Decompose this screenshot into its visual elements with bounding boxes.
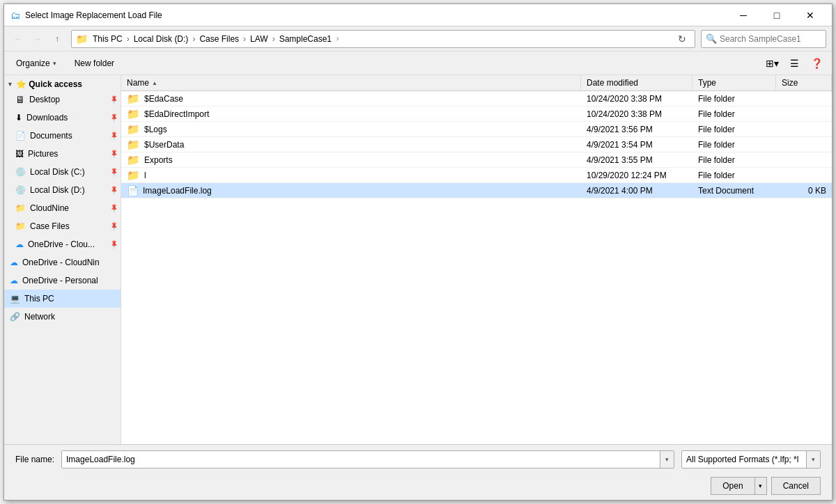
sidebar-local-d-label: Local Disk (D:) (30, 185, 106, 195)
forward-button[interactable]: → (29, 31, 46, 47)
file-name-text: $UserData (144, 140, 184, 150)
file-type-cell: File folder (692, 171, 776, 180)
file-name-text: l (144, 171, 146, 180)
table-row[interactable]: 📄ImageLoadFile.log4/9/2021 4:00 PMText D… (121, 183, 832, 198)
file-area: Name ▲ Date modified Type Size 📁$EdaCase… (121, 75, 832, 444)
table-row[interactable]: 📁$EdaCase10/24/2020 3:38 PMFile folder (121, 91, 832, 107)
up-button[interactable]: ↑ (49, 31, 65, 47)
file-date-cell: 4/9/2021 3:54 PM (581, 140, 692, 150)
address-bar[interactable]: 📁 This PC › Local Disk (D:) › Case Files… (71, 30, 695, 48)
details-view-button[interactable]: ☰ (784, 54, 804, 72)
address-dropdown-arrow[interactable]: › (335, 33, 340, 44)
file-list: 📁$EdaCase10/24/2020 3:38 PMFile folder📁$… (121, 91, 832, 444)
view-options-button[interactable]: ⊞▾ (762, 54, 782, 72)
cloudnine-pin-icon: 📌 (109, 203, 119, 214)
breadcrumb-sep-1: › (127, 34, 130, 44)
breadcrumb-local-disk-d[interactable]: Local Disk (D:) (132, 33, 191, 45)
search-box[interactable]: 🔍 (701, 30, 826, 48)
sidebar-section-quick-access[interactable]: ▼ ⭐ Quick access (4, 78, 121, 90)
sidebar-item-onedrive-clou[interactable]: ☁ OneDrive - Clou... 📌 (4, 235, 121, 253)
folder-icon: 📁 (127, 154, 140, 166)
file-date-cell: 10/24/2020 3:38 PM (581, 94, 692, 104)
table-row[interactable]: 📁$UserData4/9/2021 3:54 PMFile folder (121, 137, 832, 152)
sidebar-downloads-label: Downloads (26, 113, 106, 123)
breadcrumb-samplecase1[interactable]: SampleCase1 (277, 33, 334, 45)
open-button[interactable]: Open (711, 477, 754, 495)
sidebar-item-case-files[interactable]: 📁 Case Files 📌 (4, 217, 121, 235)
pictures-pin-icon: 📌 (109, 149, 119, 159)
minimize-button[interactable]: ─ (727, 6, 759, 25)
close-button[interactable]: ✕ (794, 6, 826, 25)
network-icon: 🔗 (10, 312, 20, 322)
col-name-header[interactable]: Name ▲ (121, 75, 581, 90)
this-pc-icon: 💻 (10, 294, 20, 304)
col-date-label: Date modified (587, 78, 638, 88)
table-row[interactable]: 📁l10/29/2020 12:24 PMFile folder (121, 168, 832, 183)
onedrive-personal-icon: ☁ (10, 276, 18, 285)
filename-row: File name: ▾ All Supported Formats (*.lf… (15, 450, 821, 468)
open-dropdown-arrow[interactable]: ▾ (754, 477, 767, 495)
table-row[interactable]: 📁Exports4/9/2021 3:55 PMFile folder (121, 152, 832, 168)
dialog-icon: 🗂 (10, 10, 21, 21)
window-controls: ─ □ ✕ (727, 6, 826, 25)
folder-icon: 📁 (127, 93, 140, 105)
new-folder-label: New folder (75, 58, 114, 68)
back-button[interactable]: ← (10, 31, 26, 47)
filetype-dropdown-arrow[interactable]: ▾ (806, 451, 820, 468)
downloads-pin-icon: 📌 (109, 113, 119, 123)
folder-icon: 📁 (127, 108, 140, 120)
file-type-cell: File folder (692, 94, 776, 104)
sidebar-item-local-d[interactable]: 💿 Local Disk (D:) 📌 (4, 181, 121, 199)
col-size-header[interactable]: Size (776, 75, 832, 90)
folder-icon: 📁 (127, 139, 140, 151)
desktop-pin-icon: 📌 (109, 95, 119, 105)
breadcrumb: This PC › Local Disk (D:) › Case Files ›… (91, 33, 671, 45)
sidebar-item-network[interactable]: 🔗 Network (4, 308, 121, 326)
file-type-cell: File folder (692, 109, 776, 119)
col-size-label: Size (782, 78, 798, 88)
breadcrumb-this-pc[interactable]: This PC (91, 33, 125, 45)
cancel-button[interactable]: Cancel (771, 477, 821, 495)
col-date-header[interactable]: Date modified (581, 75, 692, 90)
breadcrumb-law[interactable]: LAW (248, 33, 270, 45)
action-buttons-row: Open ▾ Cancel (15, 477, 821, 495)
col-type-header[interactable]: Type (692, 75, 776, 90)
organize-button[interactable]: Organize ▾ (10, 54, 63, 72)
onedrive-cloudnin-icon: ☁ (10, 258, 18, 267)
navigation-toolbar: ← → ↑ 📁 This PC › Local Disk (D:) › Case… (4, 26, 832, 52)
breadcrumb-case-files[interactable]: Case Files (197, 33, 241, 45)
open-action: Open ▾ (711, 477, 766, 495)
sidebar-item-pictures[interactable]: 🖼 Pictures 📌 (4, 145, 121, 163)
table-row[interactable]: 📁$EdaDirectImport10/24/2020 3:38 PMFile … (121, 107, 832, 122)
sidebar-item-this-pc[interactable]: 💻 This PC (4, 290, 121, 308)
maximize-button[interactable]: □ (761, 6, 793, 25)
sidebar-item-downloads[interactable]: ⬇ Downloads 📌 (4, 109, 121, 127)
file-name-cell: 📁Exports (121, 154, 581, 166)
sidebar-cloudnine-label: CloudNine (30, 203, 106, 213)
sidebar-local-c-label: Local Disk (C:) (30, 167, 106, 177)
file-name-cell: 📁$EdaDirectImport (121, 108, 581, 120)
help-button[interactable]: ❓ (807, 54, 826, 72)
sidebar-item-cloudnine[interactable]: 📁 CloudNine 📌 (4, 199, 121, 217)
table-row[interactable]: 📁$Logs4/9/2021 3:56 PMFile folder (121, 122, 832, 137)
filename-input-wrap[interactable]: ▾ (61, 450, 674, 468)
desktop-icon: 🖥 (15, 94, 25, 105)
case-files-pin-icon: 📌 (109, 221, 119, 232)
sidebar-case-files-label: Case Files (30, 221, 106, 231)
sidebar-item-onedrive-cloudnin[interactable]: ☁ OneDrive - CloudNin (4, 253, 121, 271)
file-date-cell: 4/9/2021 4:00 PM (581, 186, 692, 196)
search-input[interactable] (720, 34, 824, 44)
filename-input[interactable] (62, 451, 660, 468)
sidebar-item-onedrive-personal[interactable]: ☁ OneDrive - Personal (4, 271, 121, 290)
filetype-select-wrap[interactable]: All Supported Formats (*.lfp; *l ▾ (681, 450, 821, 468)
filename-dropdown-arrow[interactable]: ▾ (660, 451, 674, 468)
new-folder-button[interactable]: New folder (68, 54, 121, 72)
file-date-cell: 4/9/2021 3:56 PM (581, 125, 692, 134)
sidebar: ▼ ⭐ Quick access 🖥 Desktop 📌 ⬇ Downloads… (4, 75, 121, 444)
sidebar-item-desktop[interactable]: 🖥 Desktop 📌 (4, 90, 121, 109)
file-list-header: Name ▲ Date modified Type Size (121, 75, 832, 91)
sidebar-item-local-c[interactable]: 💿 Local Disk (C:) 📌 (4, 163, 121, 181)
refresh-button[interactable]: ↻ (674, 31, 690, 47)
sidebar-item-documents[interactable]: 📄 Documents 📌 (4, 127, 121, 145)
file-name-text: Exports (144, 155, 173, 165)
